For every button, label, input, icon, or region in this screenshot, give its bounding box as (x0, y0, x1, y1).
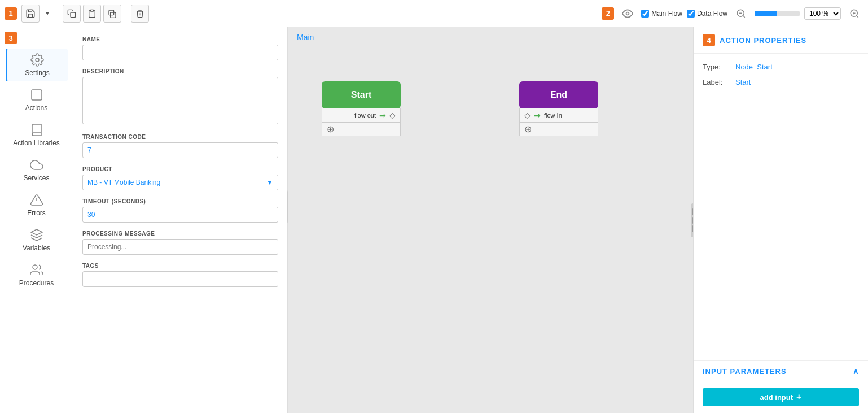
svg-rect-1 (90, 10, 93, 11)
description-textarea[interactable] (82, 77, 278, 124)
main-flow-checkbox[interactable] (641, 10, 649, 18)
data-flow-checkbox-container: Data Flow (687, 10, 727, 18)
product-value: MB - VT Mobile Banking (87, 179, 160, 186)
zoom-select[interactable]: 100 % 75 % 50 % 150 % 200 % (804, 7, 841, 20)
dropdown-icon: ▼ (45, 10, 50, 16)
svg-point-16 (33, 265, 37, 269)
end-node[interactable]: End ◇ ➡ flow In ⊕ (519, 81, 598, 136)
svg-line-8 (856, 15, 858, 17)
action-props-header: 4 ACTION PROPERTIES (694, 27, 868, 54)
sidebar-label-action-libraries: Action Libraries (13, 139, 60, 147)
services-icon (30, 158, 43, 172)
svg-marker-15 (31, 229, 42, 235)
clone-button[interactable] (103, 5, 121, 23)
start-node-box[interactable]: Start (322, 81, 401, 108)
input-params-title: INPUT PARAMETERS (703, 367, 787, 376)
save-button[interactable] (21, 5, 40, 23)
sidebar-item-services[interactable]: Services (6, 154, 68, 186)
end-plus-icon[interactable]: ⊕ (524, 124, 532, 134)
sidebar-label-services: Services (23, 174, 49, 182)
action-props-title: ACTION PROPERTIES (720, 36, 806, 45)
flow-out-diamond: ◇ (389, 111, 396, 120)
data-flow-label: Data Flow (697, 10, 727, 18)
copy-button[interactable] (63, 5, 81, 23)
zoom-out-button[interactable] (732, 5, 750, 23)
add-input-button[interactable]: add input + (703, 388, 859, 406)
delete-button[interactable] (131, 5, 149, 23)
toolbar: 1 ▼ 2 (0, 0, 868, 27)
add-input-label: add input (760, 393, 794, 402)
paste-button[interactable] (83, 5, 101, 23)
flow-out-text: flow out (354, 112, 376, 119)
badge-3: 3 (5, 32, 17, 44)
zoom-in-button[interactable] (845, 5, 863, 23)
clone-icon (108, 9, 117, 18)
add-input-plus-icon: + (796, 392, 801, 402)
procedures-icon (30, 263, 43, 277)
transaction-code-input[interactable] (82, 142, 278, 158)
tags-input[interactable] (82, 271, 278, 287)
end-node-ports: ◇ ➡ flow In (519, 108, 598, 123)
canvas-content[interactable]: Start flow out ➡ ◇ ⊕ End ◇ ➡ (288, 47, 693, 411)
properties-panel: NAME DESCRIPTION TRANSACTION CODE PRODUC… (73, 27, 288, 413)
zoom-control (755, 11, 800, 16)
zoom-bar (755, 11, 800, 16)
zoom-bar-fill (755, 11, 777, 16)
sidebar-item-actions[interactable]: Actions (6, 84, 68, 116)
end-in-arrow: ➡ (534, 111, 541, 120)
start-plus-icon[interactable]: ⊕ (327, 124, 334, 134)
processing-message-label: PROCESSING MESSAGE (82, 231, 278, 237)
start-node-label: Start (351, 90, 371, 100)
sidebar-item-action-libraries[interactable]: Action Libraries (6, 119, 68, 151)
svg-rect-0 (71, 12, 76, 18)
transaction-code-label: TRANSACTION CODE (82, 134, 278, 140)
product-select[interactable]: MB - VT Mobile Banking ▼ (82, 175, 278, 190)
sidebar-label-settings: Settings (25, 69, 49, 77)
name-input[interactable] (82, 45, 278, 60)
description-label: DESCRIPTION (82, 68, 278, 75)
input-params-section: INPUT PARAMETERS ∧ (694, 360, 868, 381)
flow-out-arrow: ➡ (379, 111, 386, 120)
badge-4: 4 (703, 34, 715, 46)
dropdown-button[interactable]: ▼ (42, 5, 53, 23)
main-flow-checkbox-container: Main Flow (641, 10, 682, 18)
svg-point-3 (626, 12, 629, 15)
eye-button[interactable] (619, 5, 637, 23)
paste-icon (87, 9, 97, 18)
sidebar-item-variables[interactable]: Variables (6, 224, 68, 257)
end-node-label: End (550, 90, 567, 100)
sidebar-item-errors[interactable]: Errors (6, 189, 68, 221)
action-props-body: Type: Node_Start Label: Start (694, 54, 868, 360)
data-flow-checkbox[interactable] (687, 10, 695, 18)
start-node[interactable]: Start flow out ➡ ◇ ⊕ (322, 81, 401, 136)
name-label: NAME (82, 36, 278, 42)
badge-2: 2 (602, 7, 614, 20)
label-value: Start (735, 78, 751, 86)
main-flow-label: Main Flow (651, 10, 682, 18)
product-dropdown-icon: ▼ (266, 179, 273, 186)
badge-1: 1 (5, 7, 17, 20)
right-resize-handle[interactable] (691, 203, 693, 237)
zoom-in-icon (849, 8, 860, 19)
svg-point-11 (36, 58, 39, 62)
canvas-title: Main (297, 33, 314, 42)
variables-icon (30, 228, 43, 242)
product-label: PRODUCT (82, 166, 278, 172)
sidebar-item-settings[interactable]: Settings (6, 49, 68, 81)
flow-in-text: flow In (544, 112, 562, 119)
chevron-up-icon[interactable]: ∧ (853, 367, 859, 376)
sidebar-item-procedures[interactable]: Procedures (6, 259, 68, 292)
canvas-area[interactable]: Main Start flow out ➡ ◇ ⊕ End (288, 27, 693, 413)
start-node-ports: flow out ➡ ◇ (322, 108, 401, 123)
end-node-box[interactable]: End (519, 81, 598, 108)
sidebar-label-actions: Actions (25, 104, 47, 112)
end-in-diamond: ◇ (524, 111, 531, 120)
actions-icon (30, 88, 43, 102)
tags-label: TAGS (82, 263, 278, 269)
processing-message-input[interactable] (82, 239, 278, 255)
action-properties-panel: 4 ACTION PROPERTIES Type: Node_Start Lab… (693, 27, 868, 413)
copy-icon (67, 9, 76, 18)
settings-icon (30, 53, 44, 67)
errors-icon (30, 193, 43, 207)
timeout-input[interactable] (82, 207, 278, 223)
